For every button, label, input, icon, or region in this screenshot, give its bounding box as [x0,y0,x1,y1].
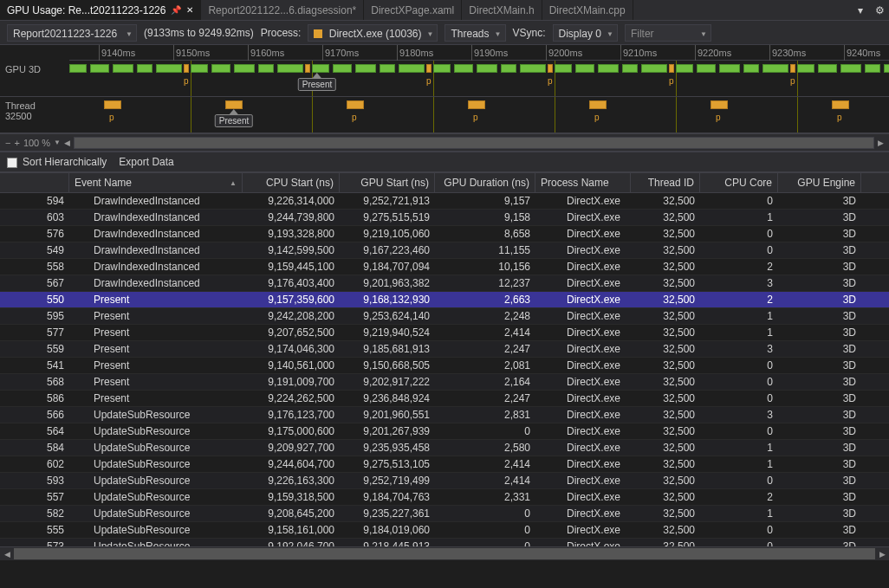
gpu-work-segment[interactable] [818,64,837,73]
col-gpu-start[interactable]: GPU Start (ns) [340,173,435,192]
gpu-work-segment[interactable] [90,64,109,73]
table-row[interactable]: 577Present9,207,652,5009,219,940,5242,41… [0,325,889,341]
threads-selector[interactable]: Threads ▼ [444,24,505,42]
gpu-work-segment[interactable] [355,64,376,73]
gpu-work-segment[interactable] [501,64,516,73]
table-row[interactable]: 550Present9,157,359,6009,168,132,9302,66… [0,292,889,308]
table-row[interactable]: 568Present9,191,009,7009,202,917,2222,16… [0,374,889,391]
export-data-button[interactable]: Export Data [119,156,173,168]
gpu-work-segment[interactable] [454,64,473,73]
col-process-name[interactable]: Process Name [535,173,631,192]
report-selector[interactable]: Report20211223-1226 ▼ [7,24,137,42]
gpu-work-segment[interactable] [191,64,208,73]
gpu-work-segment[interactable] [333,64,352,73]
gpu-work-segment[interactable] [69,64,87,73]
gpu-work-segment[interactable] [312,64,329,73]
col-gpu-duration[interactable]: GPU Duration (ns) [435,173,535,192]
gpu-work-segment[interactable] [380,64,395,73]
gpu-work-segment[interactable] [797,64,814,73]
thread-work-segment[interactable] [589,100,607,109]
horizontal-scrollbar[interactable]: ◀ ▶ [0,546,889,560]
present-marker[interactable] [669,64,674,73]
gpu-work-segment[interactable] [762,64,788,73]
scroll-left-icon[interactable]: ◀ [64,139,70,147]
present-marker[interactable] [426,64,432,73]
tab-overflow-button[interactable]: ▾ [851,0,870,20]
timeline-scrollbar[interactable] [74,137,874,149]
table-row[interactable]: 586Present9,224,262,5009,236,848,9242,24… [0,391,889,407]
gpu-work-segment[interactable] [719,64,740,73]
process-selector[interactable]: DirectX.exe (10036) ▼ [308,24,438,42]
gpu-work-segment[interactable] [211,64,230,73]
table-row[interactable]: 603DrawIndexedInstanced9,244,739,8009,27… [0,210,889,226]
gpu-work-segment[interactable] [743,64,759,73]
present-marker[interactable] [305,64,310,73]
table-row[interactable]: 557UpdateSubResource9,159,318,5009,184,7… [0,489,889,506]
table-row[interactable]: 602UpdateSubResource9,244,604,7009,275,5… [0,456,889,473]
pin-icon[interactable]: 📌 [171,5,181,15]
gpu-work-segment[interactable] [575,64,594,73]
col-index[interactable] [0,173,69,192]
tab-directxmain-cpp[interactable]: DirectXMain.cpp [542,0,633,20]
gpu-work-segment[interactable] [113,64,133,73]
table-row[interactable]: 594DrawIndexedInstanced9,226,314,0009,25… [0,193,889,210]
table-row[interactable]: 541Present9,140,561,0009,150,668,5052,08… [0,358,889,374]
gpu-work-segment[interactable] [156,64,182,73]
zoom-out-button[interactable]: − [5,138,10,148]
gpu-work-segment[interactable] [399,64,425,73]
col-thread-id[interactable]: Thread ID [631,173,700,192]
scroll-right-icon[interactable]: ▶ [878,139,884,147]
present-marker[interactable] [790,64,795,73]
table-row[interactable]: 584UpdateSubResource9,209,927,7009,235,9… [0,440,889,456]
thread-work-segment[interactable] [711,100,728,109]
gpu-work-segment[interactable] [865,64,880,73]
settings-gear-icon[interactable]: ⚙ [870,0,889,20]
gpu-work-segment[interactable] [258,64,274,73]
present-marker[interactable] [548,64,553,73]
col-cpu-start[interactable]: CPU Start (ns) [243,173,340,192]
table-row[interactable]: 549DrawIndexedInstanced9,142,599,5009,16… [0,242,889,259]
lane-track-gpu[interactable]: pppppppPresent [69,61,889,96]
table-row[interactable]: 567DrawIndexedInstanced9,176,403,4009,20… [0,275,889,292]
thread-work-segment[interactable] [468,100,485,109]
col-gpu-engine[interactable]: GPU Engine [778,173,861,192]
sort-hierarchically-checkbox[interactable]: Sort Hierarchically [7,156,107,168]
gpu-work-segment[interactable] [555,64,572,73]
tab-directxmain-h[interactable]: DirectXMain.h [462,0,542,20]
table-row[interactable]: 595Present9,242,208,2009,253,624,1402,24… [0,308,889,325]
scroll-right-icon[interactable]: ▶ [875,547,889,560]
lane-track-thread[interactable]: pppppppPresent [69,97,889,132]
gpu-work-segment[interactable] [234,64,255,73]
table-row[interactable]: 558DrawIndexedInstanced9,159,445,1009,18… [0,259,889,275]
table-row[interactable]: 582UpdateSubResource9,208,645,2009,235,2… [0,506,889,522]
grid-body[interactable]: 594DrawIndexedInstanced9,226,314,0009,25… [0,193,889,546]
table-row[interactable]: 555UpdateSubResource9,158,161,0009,184,0… [0,522,889,539]
table-row[interactable]: 564UpdateSubResource9,175,000,6009,201,2… [0,423,889,440]
gpu-work-segment[interactable] [884,64,889,73]
filter-input[interactable]: Filter ▼ [625,24,711,42]
gpu-work-segment[interactable] [697,64,716,73]
gpu-work-segment[interactable] [840,64,861,73]
col-event-name[interactable]: Event Name▲ [69,173,243,192]
gpu-work-segment[interactable] [622,64,638,73]
table-row[interactable]: 566UpdateSubResource9,176,123,7009,201,9… [0,407,889,423]
gpu-work-segment[interactable] [520,64,546,73]
thread-work-segment[interactable] [347,100,364,109]
tab-gpu-usage[interactable]: GPU Usage: Re...t20211223-1226 📌 ✕ [0,0,201,20]
zoom-dropdown[interactable]: ▼ [54,139,61,146]
present-marker[interactable] [184,64,189,73]
thread-work-segment[interactable] [832,100,849,109]
table-row[interactable]: 593UpdateSubResource9,226,163,3009,252,7… [0,473,889,489]
gpu-work-segment[interactable] [433,64,451,73]
col-cpu-core[interactable]: CPU Core [700,173,778,192]
table-row[interactable]: 573UpdateSubResource9,192,046,7009,218,4… [0,539,889,546]
thread-work-segment[interactable] [104,100,121,109]
scroll-left-icon[interactable]: ◀ [0,547,14,560]
vsync-selector[interactable]: Display 0 ▼ [553,24,618,42]
zoom-in-button[interactable]: + [14,138,19,148]
gpu-work-segment[interactable] [137,64,152,73]
gpu-work-segment[interactable] [477,64,497,73]
thread-work-segment[interactable] [225,100,243,109]
close-icon[interactable]: ✕ [186,5,193,15]
gpu-work-segment[interactable] [676,64,693,73]
